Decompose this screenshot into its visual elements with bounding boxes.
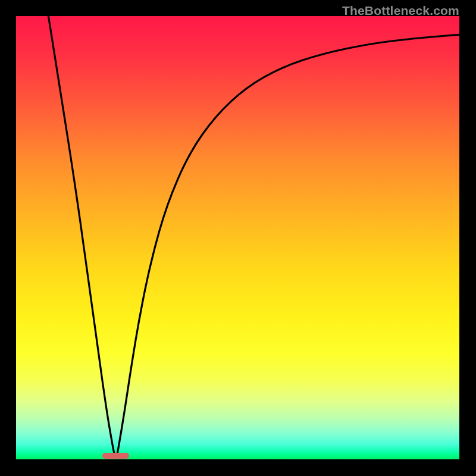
min-marker — [102, 453, 129, 459]
chart-frame: TheBottleneck.com — [0, 0, 476, 476]
dip-curve — [48, 16, 459, 458]
curve-svg — [16, 16, 459, 459]
watermark-text: TheBottleneck.com — [342, 4, 459, 18]
plot-area — [16, 16, 459, 459]
